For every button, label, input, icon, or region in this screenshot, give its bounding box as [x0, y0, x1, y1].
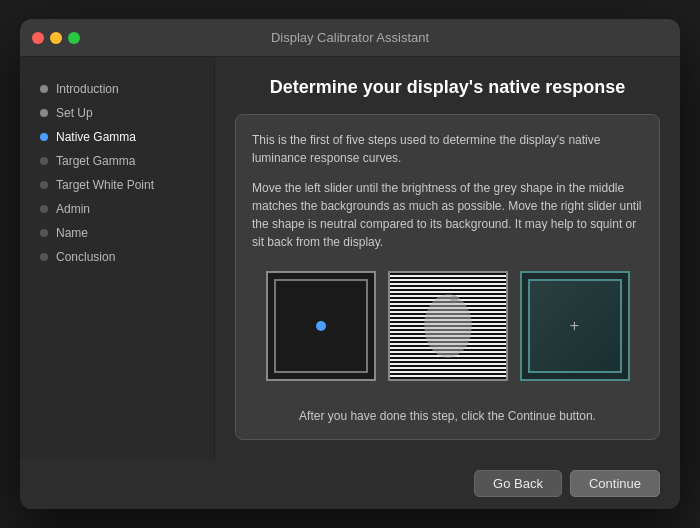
crosshair-icon: +: [570, 318, 579, 334]
description-1: This is the first of five steps used to …: [252, 131, 643, 167]
main-panel: Determine your display's native response…: [215, 57, 680, 460]
calibration-image-middle: [388, 271, 508, 381]
go-back-button[interactable]: Go Back: [474, 470, 562, 497]
sidebar-item-conclusion[interactable]: Conclusion: [40, 245, 214, 269]
sidebar-dot-introduction: [40, 85, 48, 93]
minimize-button[interactable]: [50, 32, 62, 44]
sidebar-label-name: Name: [56, 226, 88, 240]
page-title: Determine your display's native response: [235, 77, 660, 98]
sidebar-label-target-white-point: Target White Point: [56, 178, 154, 192]
sidebar-label-setup: Set Up: [56, 106, 93, 120]
sidebar-item-target-white-point[interactable]: Target White Point: [40, 173, 214, 197]
sidebar-dot-target-white-point: [40, 181, 48, 189]
sidebar-item-setup[interactable]: Set Up: [40, 101, 214, 125]
sidebar-item-admin[interactable]: Admin: [40, 197, 214, 221]
sidebar-dot-native-gamma: [40, 133, 48, 141]
sidebar-item-name[interactable]: Name: [40, 221, 214, 245]
sidebar-dot-target-gamma: [40, 157, 48, 165]
sidebar-dot-setup: [40, 109, 48, 117]
content-area: Introduction Set Up Native Gamma Target …: [20, 57, 680, 460]
maximize-button[interactable]: [68, 32, 80, 44]
bottom-instruction: After you have done this step, click the…: [252, 401, 643, 423]
sidebar-label-conclusion: Conclusion: [56, 250, 115, 264]
sidebar-label-introduction: Introduction: [56, 82, 119, 96]
titlebar: Display Calibrator Assistant: [20, 19, 680, 57]
sidebar-item-target-gamma[interactable]: Target Gamma: [40, 149, 214, 173]
sidebar-dot-name: [40, 229, 48, 237]
close-button[interactable]: [32, 32, 44, 44]
blue-dot-indicator: [316, 321, 326, 331]
description-2: Move the left slider until the brightnes…: [252, 179, 643, 251]
calibration-image-right-inner: +: [528, 279, 622, 373]
sidebar-label-native-gamma: Native Gamma: [56, 130, 136, 144]
sidebar-item-introduction[interactable]: Introduction: [40, 77, 214, 101]
sidebar-label-target-gamma: Target Gamma: [56, 154, 135, 168]
app-window: Display Calibrator Assistant Introductio…: [20, 19, 680, 509]
stripe-canvas: [390, 273, 506, 379]
calibration-images-row: +: [252, 267, 643, 385]
continue-button[interactable]: Continue: [570, 470, 660, 497]
calibration-image-right: +: [520, 271, 630, 381]
window-title: Display Calibrator Assistant: [271, 30, 429, 45]
sidebar: Introduction Set Up Native Gamma Target …: [20, 57, 215, 460]
sidebar-dot-conclusion: [40, 253, 48, 261]
sidebar-item-native-gamma[interactable]: Native Gamma: [40, 125, 214, 149]
sidebar-dot-admin: [40, 205, 48, 213]
traffic-lights: [32, 32, 80, 44]
calibration-image-left: [266, 271, 376, 381]
content-box: This is the first of five steps used to …: [235, 114, 660, 440]
calibration-image-left-inner: [274, 279, 368, 373]
footer: Go Back Continue: [20, 460, 680, 509]
sidebar-label-admin: Admin: [56, 202, 90, 216]
